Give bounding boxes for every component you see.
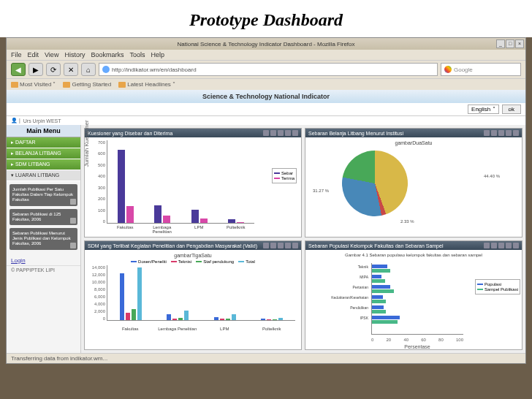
stop-button[interactable]: ✕ xyxy=(64,63,78,76)
menu-view[interactable]: View xyxy=(45,51,58,58)
rss-icon xyxy=(118,82,126,88)
x-ticks: 020406080100 xyxy=(371,338,463,342)
pie-label: 31.27 % xyxy=(313,189,329,193)
panel-tool-icon[interactable] xyxy=(506,130,512,136)
menu-tools[interactable]: Tools xyxy=(129,51,145,58)
y-ticks: 7006005004003002001000 xyxy=(91,140,105,224)
y-axis-label: Jumlah Kuesioner xyxy=(83,120,90,167)
chart-subtitle: Gambar 4.1 Sebaran populaso kelompok fak… xyxy=(308,253,519,257)
forward-button[interactable]: ▶ xyxy=(28,63,43,76)
home-button[interactable]: ⌂ xyxy=(81,63,96,76)
chart-subtitle: gambarDuaSatu xyxy=(308,140,519,145)
chart-legend: Dosen/PenelitiTeknisiStaf pendukungTotal xyxy=(88,259,298,264)
panel-tool-icon[interactable] xyxy=(498,243,504,248)
download-icon[interactable] xyxy=(70,218,76,224)
menu-sdm[interactable]: ▸ SDM LITBANG xyxy=(7,159,80,170)
panel-tool-icon[interactable] xyxy=(263,130,269,136)
search-placeholder: Google xyxy=(454,66,473,73)
bookmark-bar: Most Visited ˅ Getting Started Latest He… xyxy=(7,78,525,90)
bookmark-most-visited[interactable]: Most Visited ˅ xyxy=(11,81,56,88)
panel-tool-icon[interactable] xyxy=(285,130,291,136)
panel-tool-icon[interactable] xyxy=(491,130,497,136)
panel-tool-icon[interactable] xyxy=(285,243,291,248)
panel-tool-icon[interactable] xyxy=(484,243,490,248)
login-link[interactable]: Login xyxy=(7,256,80,265)
panel-belanja: Sebaran Belanja Litbang Menurut Institus… xyxy=(305,128,522,238)
panel-close-icon[interactable] xyxy=(292,243,298,248)
page-banner: Science & Technology National Indicator xyxy=(7,90,525,103)
panel-kuesioner: Kuesioner yang Disebar dan Diterima Juml… xyxy=(84,128,302,238)
panel-populasi: Sebaran Populasi Kelompok Fakultas dan S… xyxy=(305,240,522,350)
hbar-chart xyxy=(371,263,463,335)
menu-edit[interactable]: Edit xyxy=(28,51,39,58)
panel-tool-icon[interactable] xyxy=(270,130,276,136)
folder-icon xyxy=(63,82,70,88)
sub-item-2[interactable]: Sebaran Publikasi di 125 Fakultas, 2006 xyxy=(10,209,77,225)
panel-close-icon[interactable] xyxy=(513,243,519,248)
panel-tool-icon[interactable] xyxy=(263,243,269,248)
browser-statusbar: Transferring data from indikator.wm... xyxy=(7,353,525,363)
slide-title: Prototype Dashboard xyxy=(0,0,532,37)
language-ok-button[interactable]: ok xyxy=(502,104,521,114)
y-ticks: 14,00012,00010,0008,0006,0004,0002,0000 xyxy=(91,265,105,321)
copyright: © PAPPIPTEK LIPI xyxy=(7,265,80,274)
window-title: National Science & Technology Indicator … xyxy=(177,41,354,48)
panel-close-icon[interactable] xyxy=(292,130,298,136)
close-button[interactable]: × xyxy=(515,39,524,48)
minimize-button[interactable]: _ xyxy=(496,39,505,48)
language-bar: English ˅ ok xyxy=(7,103,525,116)
panel-tool-icon[interactable] xyxy=(278,130,284,136)
pie-label: 44.40 % xyxy=(484,174,500,178)
google-icon xyxy=(444,66,452,73)
download-icon[interactable] xyxy=(70,199,76,205)
chart-subtitle: gambarTigaSatu xyxy=(88,253,298,258)
search-bar[interactable]: Google xyxy=(441,63,521,76)
menu-luaran[interactable]: ▾ LUARAN LITBANG xyxy=(7,170,80,181)
x-categories: FakultasLembaga PenelitianLPMPoltelknik xyxy=(107,327,295,331)
chart-legend: PopulasiSampel Publikasi xyxy=(475,279,520,294)
browser-window: National Science & Technology Indicator … xyxy=(6,37,526,364)
x-axis-label: Persentase xyxy=(371,344,463,349)
chart-legend: SebarTerima xyxy=(272,168,297,183)
dashboard-charts: Kuesioner yang Disebar dan Diterima Juml… xyxy=(81,125,525,353)
main-menu-header: Main Menu xyxy=(7,125,80,137)
menu-history[interactable]: History xyxy=(64,51,85,58)
browser-menubar: File Edit View History Bookmarks Tools H… xyxy=(7,50,525,60)
panel-close-icon[interactable] xyxy=(513,130,519,136)
sub-item-1[interactable]: Jumlah Publikasi Per Satu Fakultas Dalam… xyxy=(10,184,77,206)
bookmark-getting-started[interactable]: Getting Started xyxy=(63,81,111,88)
reload-button[interactable]: ⟳ xyxy=(46,63,61,76)
page-content: Science & Technology National Indicator … xyxy=(7,90,525,353)
panel-tool-icon[interactable] xyxy=(278,243,284,248)
window-titlebar: National Science & Technology Indicator … xyxy=(7,38,525,50)
menu-daftar[interactable]: ▸ DAFTAR xyxy=(7,137,80,148)
bookmark-latest-headlines[interactable]: Latest Headlines ˅ xyxy=(118,81,175,88)
browser-toolbar: ◀ ▶ ⟳ ✕ ⌂ http://indikator.wm/en/dashboa… xyxy=(7,60,525,78)
menu-file[interactable]: File xyxy=(11,51,22,58)
panel-tool-icon[interactable] xyxy=(498,130,504,136)
pie-label: 2.33 % xyxy=(400,219,414,224)
menu-bookmarks[interactable]: Bookmarks xyxy=(91,51,123,58)
sub-item-3[interactable]: Sebaran Publikasi Menurut Jenis Publikas… xyxy=(10,228,77,250)
pie-chart xyxy=(342,151,408,216)
bar-chart xyxy=(107,140,254,223)
panel-tool-icon[interactable] xyxy=(491,243,497,248)
url-bar[interactable]: http://indikator.wm/en/dashboard xyxy=(99,63,438,76)
menu-belanja[interactable]: ▸ BELANJA LITBANG xyxy=(7,148,80,159)
site-icon xyxy=(102,66,110,73)
x-categories: FakultasLembaga PenelitianLPMPoltelknik xyxy=(107,225,254,234)
menu-help[interactable]: Help xyxy=(151,51,164,58)
panel-tool-icon[interactable] xyxy=(484,130,490,136)
back-button[interactable]: ◀ xyxy=(11,63,26,76)
panel-tool-icon[interactable] xyxy=(506,243,512,248)
panel-sdm: SDM yang Terlibat Kegiatan Penelitian da… xyxy=(84,240,302,350)
panel-tool-icon[interactable] xyxy=(270,243,276,248)
folder-icon xyxy=(11,82,18,88)
maximize-button[interactable]: □ xyxy=(506,39,514,48)
sidebar: Main Menu ▸ DAFTAR ▸ BELANJA LITBANG ▸ S… xyxy=(7,125,81,353)
download-icon[interactable] xyxy=(70,243,76,248)
bar-chart xyxy=(107,265,295,320)
url-text: http://indikator.wm/en/dashboard xyxy=(112,66,197,73)
language-select[interactable]: English ˅ xyxy=(468,104,498,114)
